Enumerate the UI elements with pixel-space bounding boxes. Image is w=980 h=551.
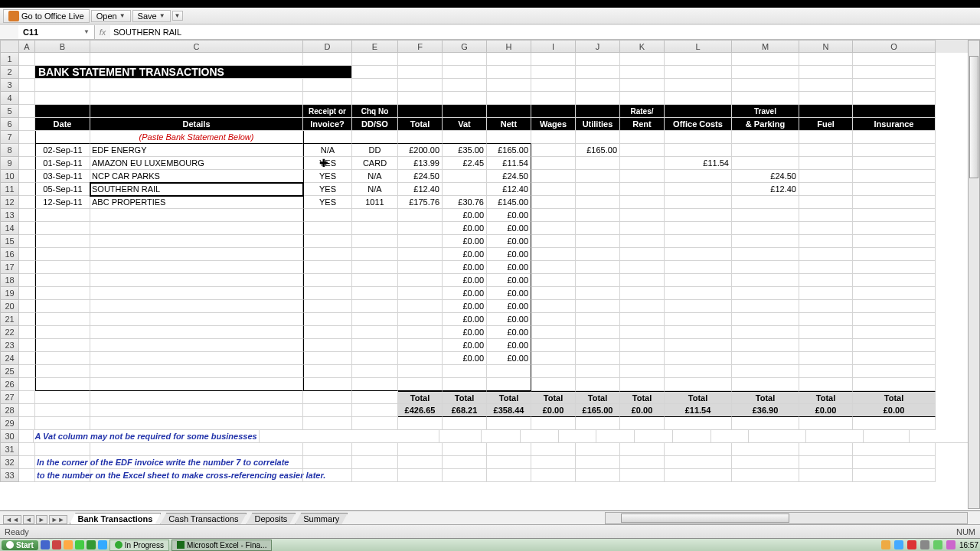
cell[interactable]: [665, 326, 732, 339]
cell[interactable]: £0.00: [487, 287, 531, 300]
cell[interactable]: [303, 248, 352, 261]
cell[interactable]: [853, 170, 936, 183]
cell[interactable]: [443, 183, 487, 196]
cell[interactable]: £0.00: [487, 248, 531, 261]
row-header-20[interactable]: 20: [0, 300, 19, 313]
cell[interactable]: [665, 92, 732, 105]
cell[interactable]: £36.90: [732, 404, 799, 417]
cell[interactable]: [596, 430, 635, 443]
cell[interactable]: [576, 287, 620, 300]
cell[interactable]: [90, 443, 303, 456]
title-cell[interactable]: BANK STATEMENT TRANSACTIONS: [35, 66, 352, 79]
cell[interactable]: [303, 313, 352, 326]
cell[interactable]: £35.00: [443, 144, 487, 157]
cell[interactable]: [398, 443, 443, 456]
cell[interactable]: [799, 248, 853, 261]
cell[interactable]: £0.00: [443, 222, 487, 235]
cell[interactable]: £12.40: [398, 183, 443, 196]
cell[interactable]: [35, 209, 90, 222]
quicklaunch-icon[interactable]: [64, 540, 73, 549]
cell[interactable]: [732, 92, 799, 105]
cell[interactable]: [398, 53, 443, 66]
cell[interactable]: [620, 183, 665, 196]
cell[interactable]: [19, 300, 35, 313]
row-header-29[interactable]: 29: [0, 417, 19, 430]
row-header-32[interactable]: 32: [0, 456, 19, 469]
column-header-O[interactable]: O: [853, 40, 936, 53]
cell[interactable]: [487, 79, 531, 92]
cell[interactable]: [665, 365, 732, 378]
cell[interactable]: [398, 261, 443, 274]
cell[interactable]: [303, 261, 352, 274]
cell[interactable]: [620, 274, 665, 287]
sheet-tab-deposits[interactable]: Deposits: [246, 513, 296, 524]
cell[interactable]: [19, 261, 35, 274]
save-button[interactable]: Save▼: [132, 10, 171, 22]
cell[interactable]: [443, 443, 487, 456]
cell[interactable]: [303, 274, 352, 287]
cell[interactable]: [303, 287, 352, 300]
cell[interactable]: [665, 352, 732, 365]
cell[interactable]: [443, 131, 487, 144]
cell[interactable]: YES: [303, 157, 352, 170]
cell[interactable]: [531, 339, 576, 352]
cell[interactable]: [35, 92, 90, 105]
cell[interactable]: [352, 248, 398, 261]
cells-area[interactable]: BANK STATEMENT TRANSACTIONSReceipt orChq…: [19, 53, 980, 482]
cell[interactable]: [19, 378, 35, 391]
cell[interactable]: [620, 261, 665, 274]
cell[interactable]: [576, 417, 620, 430]
cell[interactable]: [352, 235, 398, 248]
cell[interactable]: [799, 313, 853, 326]
cell[interactable]: [853, 144, 936, 157]
cell[interactable]: [531, 313, 576, 326]
cell[interactable]: Utilities: [576, 118, 620, 131]
cell[interactable]: [531, 79, 576, 92]
cell[interactable]: [90, 469, 303, 482]
cell[interactable]: [19, 430, 34, 443]
cell[interactable]: Rent: [620, 118, 665, 131]
cell[interactable]: Receipt or: [303, 105, 352, 118]
cell[interactable]: [635, 430, 673, 443]
cell[interactable]: [352, 443, 398, 456]
cell[interactable]: £200.00: [398, 144, 443, 157]
cell[interactable]: £0.00: [443, 352, 487, 365]
cell[interactable]: Date: [35, 118, 90, 131]
cell[interactable]: [303, 235, 352, 248]
cell[interactable]: £24.50: [398, 170, 443, 183]
cell[interactable]: [487, 131, 531, 144]
cell[interactable]: [732, 261, 799, 274]
cell[interactable]: [35, 313, 90, 326]
scrollbar-thumb[interactable]: [621, 514, 789, 523]
tab-first-icon[interactable]: ◄◄: [3, 515, 21, 524]
cell[interactable]: [864, 430, 910, 443]
cell[interactable]: [398, 456, 443, 469]
cell[interactable]: [853, 196, 936, 209]
cell[interactable]: [443, 378, 487, 391]
cell[interactable]: [732, 352, 799, 365]
cell[interactable]: [352, 326, 398, 339]
cell[interactable]: [19, 235, 35, 248]
cell[interactable]: £12.40: [487, 183, 531, 196]
cell[interactable]: [799, 235, 853, 248]
cell[interactable]: Total: [443, 391, 487, 404]
cell[interactable]: AMAZON EU LUXEMBOURG: [90, 157, 303, 170]
fx-icon[interactable]: fx: [95, 28, 110, 37]
column-header-F[interactable]: F: [398, 40, 443, 53]
cell[interactable]: £0.00: [487, 339, 531, 352]
cell[interactable]: Details: [90, 118, 303, 131]
scrollbar-thumb[interactable]: [969, 56, 978, 178]
cell[interactable]: [665, 274, 732, 287]
cell[interactable]: YES: [303, 183, 352, 196]
cell[interactable]: [398, 131, 443, 144]
row-header-12[interactable]: 12: [0, 196, 19, 209]
cell[interactable]: [352, 352, 398, 365]
cell[interactable]: [576, 222, 620, 235]
cell[interactable]: [35, 79, 90, 92]
cell[interactable]: [799, 170, 853, 183]
cell[interactable]: £13.99: [398, 157, 443, 170]
cell[interactable]: [531, 157, 576, 170]
cell[interactable]: [487, 53, 531, 66]
cell[interactable]: £24.50: [487, 170, 531, 183]
cell[interactable]: [531, 378, 576, 391]
